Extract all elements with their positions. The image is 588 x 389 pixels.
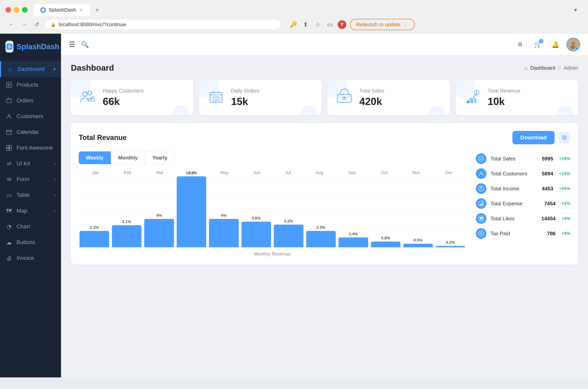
stat-list-total-customers: Total Customers 5894 +15% bbox=[476, 168, 570, 179]
filter-icon-btn[interactable]: ⧉ bbox=[513, 38, 527, 51]
sidebar-label-fontawesome: Font Awesome bbox=[17, 145, 56, 151]
notification-icon-btn[interactable]: 🔔 bbox=[549, 38, 562, 51]
sidebar-item-orders[interactable]: Orders bbox=[0, 93, 61, 108]
user-avatar[interactable] bbox=[566, 38, 580, 51]
sidebar-item-map[interactable]: 🗺 Map › bbox=[0, 203, 61, 219]
chevron-right-icon-map: › bbox=[54, 208, 56, 213]
period-tabs: Weekly Monthly Yearly bbox=[79, 151, 466, 164]
total-likes-list-change: +5% bbox=[561, 216, 570, 221]
stat-list-tax-paid: Tax Paid 786 +5% bbox=[476, 228, 570, 239]
share-icon[interactable]: ⬆ bbox=[301, 20, 310, 29]
sidebar-item-customers[interactable]: Customers bbox=[0, 108, 61, 124]
sidebar-label-products: Products bbox=[17, 82, 56, 88]
sidebar-label-buttons: Buttons bbox=[17, 239, 56, 246]
total-customers-list-change: +15% bbox=[559, 171, 570, 176]
tax-paid-list-label: Tax Paid bbox=[490, 230, 543, 237]
traffic-green[interactable] bbox=[22, 7, 28, 13]
svg-point-13 bbox=[572, 42, 575, 45]
svg-rect-33 bbox=[482, 203, 483, 205]
svg-rect-8 bbox=[6, 145, 9, 148]
cart-icon-btn[interactable]: 🛒 3 bbox=[531, 38, 545, 51]
bar-jan: 2.3% bbox=[80, 225, 109, 247]
period-tab-weekly[interactable]: Weekly bbox=[79, 151, 111, 164]
tab-close-btn[interactable]: ✕ bbox=[79, 8, 83, 12]
stat-value-total-revenue: 10k bbox=[488, 96, 520, 107]
sidebar-item-table[interactable]: ▭ Table › bbox=[0, 187, 61, 203]
calendar-icon bbox=[5, 129, 13, 136]
sidebar-label-form: Form bbox=[17, 176, 50, 183]
tax-paid-list-icon bbox=[476, 228, 487, 239]
sidebar-item-buttons[interactable]: ☁ Buttons bbox=[0, 234, 61, 250]
bar-chart-months: Jan Feb Mar Apr May Jun Jul Aug Sep Oct … bbox=[79, 170, 466, 175]
period-tab-monthly[interactable]: Monthly bbox=[111, 151, 145, 164]
avatar-status-dot bbox=[575, 46, 579, 50]
chevron-right-icon-uikit: › bbox=[54, 161, 56, 166]
svg-rect-23 bbox=[467, 101, 469, 103]
chart-icon: ◔ bbox=[5, 223, 13, 230]
stat-list-total-sales: Total Sales 5995 +15% bbox=[476, 153, 570, 164]
chart-right: Total Sales 5995 +15% Total Customers bbox=[476, 151, 570, 257]
relaunch-more-icon: ⋮ bbox=[403, 21, 408, 28]
svg-rect-24 bbox=[470, 99, 473, 103]
sidebar-label-orders: Orders bbox=[17, 97, 56, 104]
table-icon: ▭ bbox=[5, 192, 13, 199]
svg-rect-25 bbox=[474, 98, 477, 103]
browser-expand-icon[interactable]: ▾ bbox=[574, 7, 583, 13]
sidebar-item-form[interactable]: ✉ Form › bbox=[0, 171, 61, 187]
stat-card-daily-orders: Daily Orders 15k bbox=[199, 80, 322, 115]
cart-badge: 3 bbox=[539, 39, 543, 43]
browser-tab[interactable]: S SplashDash ✕ bbox=[33, 3, 91, 16]
svg-point-27 bbox=[479, 156, 484, 161]
chart-section: Total Revanue Download ⚙ Weekly Monthly … bbox=[71, 123, 578, 264]
total-expense-list-icon bbox=[476, 198, 487, 209]
sidebar-item-products[interactable]: Products bbox=[0, 77, 61, 93]
relaunch-label: Relaunch to update bbox=[356, 21, 401, 28]
sidebar-item-fontawesome[interactable]: Font Awesome bbox=[0, 140, 61, 156]
new-tab-btn[interactable]: + bbox=[91, 6, 104, 14]
refresh-btn[interactable]: ↺ bbox=[32, 20, 41, 29]
traffic-red[interactable] bbox=[5, 7, 11, 13]
tab-title: SplashDash bbox=[49, 7, 76, 13]
period-tab-yearly[interactable]: Yearly bbox=[145, 151, 175, 164]
logo-text: SplashDash bbox=[17, 42, 60, 51]
breadcrumb-home-icon: ⌂ bbox=[525, 65, 527, 71]
svg-rect-5 bbox=[6, 99, 12, 103]
tax-paid-list-value: 786 bbox=[547, 230, 556, 237]
bar-apr: 10.1% bbox=[177, 171, 206, 247]
svg-text:S: S bbox=[42, 9, 44, 11]
back-btn[interactable]: ← bbox=[7, 20, 16, 29]
extensions-icon[interactable]: ▭ bbox=[325, 20, 334, 29]
sidebar-item-calendar[interactable]: Calendar bbox=[0, 124, 61, 140]
total-expense-list-label: Total Expense bbox=[490, 201, 540, 207]
sidebar-label-dashboard: Dashboard bbox=[18, 66, 49, 72]
svg-point-6 bbox=[8, 114, 10, 116]
chart-footnote: Monthly Revenue bbox=[79, 251, 466, 257]
search-btn[interactable]: 🔍 bbox=[81, 41, 89, 48]
profile-y-icon[interactable]: Y bbox=[338, 20, 346, 29]
sidebar-item-chart[interactable]: ◔ Chart bbox=[0, 219, 61, 234]
svg-rect-7 bbox=[6, 130, 12, 134]
total-expense-list-change: +2% bbox=[561, 201, 570, 206]
bookmark-icon[interactable]: ☆ bbox=[313, 20, 322, 29]
total-likes-list-icon bbox=[476, 213, 487, 224]
address-bar[interactable]: 🔒 localhost:8080/mvc/?continue bbox=[45, 19, 281, 30]
svg-rect-19 bbox=[213, 97, 219, 101]
bar-feb: 3.1% bbox=[112, 220, 142, 247]
chevron-down-icon: ▾ bbox=[53, 66, 56, 72]
relaunch-btn[interactable]: Relaunch to update ⋮ bbox=[350, 19, 415, 30]
forward-btn[interactable]: → bbox=[20, 20, 28, 29]
fontawesome-icon bbox=[5, 144, 13, 151]
traffic-yellow[interactable] bbox=[14, 7, 19, 13]
stat-card-total-revenue: Total Revenue 10k bbox=[456, 80, 578, 115]
sidebar-item-uikit[interactable]: ⇌ UI Kit › bbox=[0, 156, 61, 171]
settings-icon[interactable]: ⚙ bbox=[558, 132, 570, 143]
stat-card-total-sales: Total Sales 420k bbox=[327, 80, 450, 115]
sidebar-item-dashboard[interactable]: ⌂ Dashboard ▾ bbox=[0, 61, 61, 77]
sidebar-label-uikit: UI Kit bbox=[17, 161, 50, 167]
download-btn[interactable]: Download bbox=[512, 131, 555, 144]
total-sales-list-label: Total Sales bbox=[490, 156, 538, 162]
total-expense-list-value: 7454 bbox=[544, 201, 556, 207]
hamburger-btn[interactable]: ☰ bbox=[69, 40, 75, 49]
sidebar-logo: S SplashDash bbox=[0, 34, 61, 58]
sidebar-item-invoice[interactable]: 🖨 Invoice bbox=[0, 250, 61, 266]
